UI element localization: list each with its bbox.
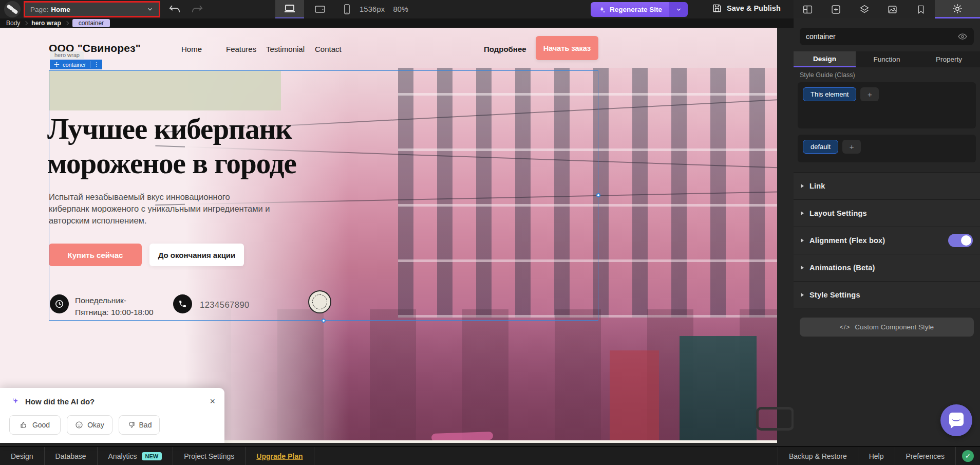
dark-doorway [680, 336, 757, 443]
more-link[interactable]: Подробнее [484, 45, 526, 53]
site-canvas[interactable]: ООО "Свинорез" Home Features Testimonial… [0, 28, 777, 443]
hero-title-line1: Лучшее киберпанк [47, 111, 296, 146]
canvas-width-value: 1536px [360, 5, 385, 13]
nav-link-testimonial[interactable]: Testimonial [266, 45, 305, 53]
settings-panel-button[interactable] [935, 0, 980, 18]
section-alignment-flexbox[interactable]: Alignment (Flex box) [794, 227, 980, 254]
tab-property[interactable]: Property [918, 51, 980, 67]
code-icon: </> [840, 324, 850, 331]
selection-handle-bottom[interactable] [322, 319, 326, 323]
bottom-tab-design[interactable]: Design [0, 447, 45, 465]
custom-component-style-label: Custom Component Style [855, 323, 934, 331]
layers-panel-button[interactable] [850, 0, 878, 18]
breadcrumb-container[interactable]: container [72, 19, 110, 27]
bottom-status-bar: Design Database Analytics NEW Project Se… [0, 446, 980, 465]
section-link[interactable]: Link [794, 172, 980, 199]
tab-function[interactable]: Function [856, 51, 918, 67]
device-desktop-button[interactable] [275, 0, 304, 18]
status-ok-icon[interactable]: ✓ [962, 450, 974, 462]
sparkle-icon [11, 397, 20, 406]
chat-widget-button[interactable] [940, 404, 972, 436]
regenerate-options-button[interactable] [669, 2, 688, 17]
save-publish-button[interactable]: Save & Publish [712, 3, 781, 13]
preferences-button[interactable]: Preferences [895, 447, 956, 465]
add-default-class-button[interactable]: + [842, 140, 861, 154]
save-publish-label: Save & Publish [727, 4, 781, 12]
page-selector-dropdown[interactable]: Page: Home [24, 1, 160, 17]
hero-paragraph[interactable]: Испытай незабываемый вкус инновационного… [49, 191, 271, 227]
panel-sections: Link Layout Settings Alignment (Flex box… [794, 172, 980, 308]
phone-number[interactable]: 1234567890 [200, 300, 250, 310]
sparkle-icon [598, 6, 606, 14]
element-name-value: container [806, 32, 836, 41]
element-name-field[interactable]: container [800, 28, 974, 45]
ai-feedback-popup: How did the AI do? × Good Okay Bad [0, 388, 224, 443]
chevron-right-icon [64, 21, 68, 25]
backup-restore-button[interactable]: Backup & Restore [778, 447, 858, 465]
panel-icon-strip [794, 0, 980, 18]
this-element-chip[interactable]: This element [803, 87, 856, 101]
save-icon [712, 3, 722, 13]
bottom-tab-analytics[interactable]: Analytics NEW [98, 447, 174, 465]
help-button[interactable]: Help [858, 447, 895, 465]
breadcrumb-hero-wrap[interactable]: hero wrap [31, 20, 61, 27]
container-chip-main[interactable]: container [50, 62, 90, 68]
selection-handle-right[interactable] [596, 193, 600, 197]
caret-right-icon [801, 238, 804, 243]
opening-hours[interactable]: Понедельник- Пятница: 10:00-18:00 [75, 294, 154, 318]
nav-link-features[interactable]: Features [226, 45, 256, 53]
redo-button[interactable] [191, 4, 203, 14]
nav-link-contact[interactable]: Contact [315, 45, 342, 53]
feedback-good-button[interactable]: Good [9, 415, 61, 435]
hero-title[interactable]: Лучшее киберпанк мороженое в городе [47, 111, 296, 180]
default-class-box: default + [798, 135, 976, 162]
section-animations[interactable]: Animations (Beta) [794, 254, 980, 281]
upgrade-plan-link[interactable]: Upgrade Plan [246, 447, 314, 465]
app-window: Page: Home 1536px 80% Rege [0, 0, 980, 465]
caret-right-icon [801, 211, 804, 215]
device-tablet-button[interactable] [306, 0, 334, 18]
bottom-tab-database[interactable]: Database [45, 447, 98, 465]
regenerate-site-label: Regenerate Site [610, 6, 662, 13]
add-element-panel-button[interactable] [822, 0, 850, 18]
section-layout-settings[interactable]: Layout Settings [794, 199, 980, 227]
feedback-okay-button[interactable]: Okay [67, 415, 112, 435]
section-style-settings[interactable]: Style Settings [794, 281, 980, 308]
container-selection-chip[interactable]: container ⋮ [50, 60, 102, 69]
add-class-button[interactable]: + [860, 87, 879, 101]
caret-right-icon [801, 293, 804, 297]
new-badge: NEW [142, 452, 162, 460]
breadcrumb: Body hero wrap container [0, 18, 794, 28]
device-mobile-button[interactable] [332, 0, 361, 18]
flexbox-toggle[interactable] [948, 234, 973, 247]
layout-panel-button[interactable] [794, 0, 822, 18]
close-icon[interactable]: × [210, 397, 215, 406]
bottom-tab-project-settings[interactable]: Project Settings [173, 447, 246, 465]
app-logo-icon[interactable] [4, 1, 21, 17]
order-cta-button[interactable]: Начать заказ [536, 36, 598, 60]
breadcrumb-body[interactable]: Body [6, 20, 20, 27]
red-door [610, 350, 659, 443]
style-guide-label: Style Guide (Class) [800, 71, 855, 79]
chat-bubble-icon [949, 413, 964, 426]
feedback-bad-button[interactable]: Bad [119, 415, 160, 435]
buy-now-button[interactable]: Купить сейчас [49, 244, 142, 266]
promo-button[interactable]: До окончания акции [149, 244, 244, 266]
assets-panel-button[interactable] [878, 0, 907, 18]
default-class-chip[interactable]: default [803, 140, 838, 154]
tab-design[interactable]: Design [794, 51, 856, 67]
opening-hours-line1: Понедельник- [75, 294, 154, 306]
thumbs-down-icon [127, 421, 135, 429]
bookmark-panel-button[interactable] [907, 0, 935, 18]
feedback-good-label: Good [32, 421, 50, 429]
visibility-eye-icon[interactable] [957, 31, 968, 42]
hero-wrap-label[interactable]: hero wrap [50, 51, 84, 59]
regenerate-site-button[interactable]: Regenerate Site [591, 2, 669, 17]
kebab-menu-icon[interactable]: ⋮ [90, 61, 102, 68]
top-toolbar: Page: Home 1536px 80% Rege [0, 0, 980, 18]
undo-button[interactable] [168, 4, 181, 14]
canvas-zoom-value[interactable]: 80% [393, 5, 408, 13]
custom-component-style-button[interactable]: </> Custom Component Style [800, 318, 974, 337]
page-selector-value: Home [51, 6, 70, 13]
nav-link-home[interactable]: Home [181, 45, 202, 53]
